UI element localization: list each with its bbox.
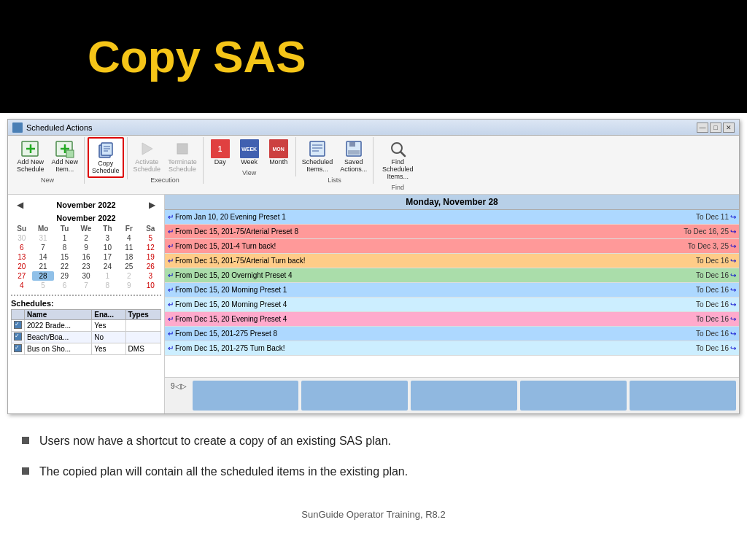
- cal-day[interactable]: 5: [32, 281, 53, 290]
- cal-day[interactable]: 31: [32, 233, 53, 243]
- cal-day[interactable]: 9: [118, 281, 139, 290]
- view-day-button[interactable]: 1 Day: [206, 137, 234, 168]
- schedule-row[interactable]: 2022 Brade... Yes: [12, 319, 161, 331]
- cal-day[interactable]: 1: [54, 233, 75, 243]
- event-row: ↵ From Dec 15, 201-75/Arterial Preset 8 …: [165, 225, 739, 239]
- view-week-icon: WEEK: [239, 139, 260, 159]
- bullet-icon-1: [22, 437, 29, 444]
- cal-day[interactable]: 4: [118, 233, 139, 243]
- view-week-button[interactable]: WEEK Week: [236, 137, 263, 168]
- view-month-button[interactable]: MON Month: [265, 137, 293, 168]
- cal-day[interactable]: 3: [97, 233, 118, 243]
- schedules-table: Name Ena... Types 2022 Brade... Yes: [11, 309, 161, 355]
- cal-day[interactable]: 25: [118, 262, 139, 271]
- terminate-schedule-icon: [172, 139, 193, 159]
- schedule-checkbox[interactable]: [14, 321, 22, 329]
- cal-day[interactable]: 24: [97, 262, 118, 271]
- event-row: ↵ From Dec 15, 20 Morning Preset 1 To De…: [165, 283, 739, 298]
- schedule-types: [125, 331, 160, 343]
- cal-day[interactable]: 6: [54, 281, 75, 290]
- window-controls: — □ ✕: [697, 122, 735, 133]
- calendar-prev-button[interactable]: ◀: [14, 199, 26, 211]
- time-blocks-row: 9◁▷: [165, 377, 739, 413]
- cal-day[interactable]: 8: [54, 243, 75, 252]
- view-day-label: Day: [214, 159, 226, 166]
- cal-day[interactable]: 2: [75, 233, 96, 243]
- svg-rect-14: [310, 141, 325, 156]
- cal-day[interactable]: 30: [11, 233, 32, 243]
- cal-day[interactable]: 1: [97, 271, 118, 281]
- cal-day[interactable]: 11: [118, 243, 139, 252]
- cal-day[interactable]: 16: [75, 252, 96, 262]
- cal-day[interactable]: 17: [97, 252, 118, 262]
- cal-day[interactable]: 9: [75, 243, 96, 252]
- cal-day[interactable]: 22: [54, 262, 75, 271]
- schedule-checkbox[interactable]: [14, 344, 22, 352]
- cal-day[interactable]: 27: [11, 271, 32, 281]
- close-button[interactable]: ✕: [723, 122, 735, 133]
- cal-day[interactable]: 2: [118, 271, 139, 281]
- event-end: To Dec 16: [696, 344, 729, 352]
- cal-header-sa: Sa: [140, 224, 161, 233]
- cal-day[interactable]: 29: [54, 271, 75, 281]
- cal-day[interactable]: 10: [97, 243, 118, 252]
- terminate-schedule-button[interactable]: TerminateSchedule: [165, 137, 200, 175]
- cal-day[interactable]: 26: [140, 262, 161, 271]
- cal-day[interactable]: 8: [97, 281, 118, 290]
- event-end-arrow: ↪: [730, 228, 736, 236]
- add-new-item-button[interactable]: Add NewItem...: [49, 137, 82, 175]
- cal-day[interactable]: 5: [140, 233, 161, 243]
- cal-day[interactable]: 13: [11, 252, 32, 262]
- event-end: To Dec 16, 25: [684, 228, 729, 236]
- cal-day[interactable]: 7: [32, 243, 53, 252]
- find-scheduled-items-button[interactable]: Find ScheduledItems...: [376, 137, 419, 182]
- schedule-checkbox[interactable]: [14, 332, 22, 341]
- cal-day[interactable]: 3: [140, 271, 161, 281]
- toolbar-new-buttons: Add NewSchedule Add NewItem...: [14, 137, 81, 175]
- view-week-label: Week: [241, 159, 258, 166]
- saved-actions-button[interactable]: SavedActions...: [337, 137, 370, 175]
- cal-day[interactable]: 19: [140, 252, 161, 262]
- cal-day[interactable]: 23: [75, 262, 96, 271]
- cal-day[interactable]: 12: [140, 243, 161, 252]
- cal-day[interactable]: 14: [32, 252, 53, 262]
- schedule-row[interactable]: Bus on Sho... Yes DMS: [12, 343, 161, 354]
- schedules-label: Schedules:: [11, 299, 161, 308]
- cal-day[interactable]: 4: [11, 281, 32, 290]
- cal-header-fr: Fr: [118, 224, 139, 233]
- schedule-types: [125, 319, 160, 331]
- event-end: To Dec 16: [696, 286, 729, 294]
- calendar-next-button[interactable]: ▶: [146, 199, 158, 211]
- toolbar-group-copy: CopySchedule: [85, 137, 128, 179]
- scheduled-items-button[interactable]: ScheduledItems...: [299, 137, 336, 175]
- toolbar-view-buttons: 1 Day WEEK Week MON Month: [206, 137, 293, 168]
- event-start-arrow: ↵: [168, 242, 174, 250]
- cal-day[interactable]: 18: [118, 252, 139, 262]
- maximize-button[interactable]: □: [710, 122, 721, 133]
- event-end-arrow: ↪: [730, 286, 736, 294]
- activate-schedule-button[interactable]: ActivateSchedule: [131, 137, 164, 175]
- cal-day[interactable]: 20: [11, 262, 32, 271]
- calendar-month-label: November 2022: [11, 212, 161, 224]
- event-end: To Dec 11: [696, 213, 729, 221]
- calendar-grid: Su Mo Tu We Th Fr Sa 30 31: [11, 224, 161, 290]
- time-block: [520, 381, 627, 411]
- event-start-arrow: ↵: [168, 330, 174, 338]
- cal-day[interactable]: 30: [75, 271, 96, 281]
- cal-header-th: Th: [97, 224, 118, 233]
- execution-group-label: Execution: [150, 176, 179, 184]
- minimize-button[interactable]: —: [697, 122, 708, 133]
- saved-actions-label: SavedActions...: [340, 159, 367, 174]
- cal-day[interactable]: 15: [54, 252, 75, 262]
- schedule-row[interactable]: Beach/Boa... No: [12, 331, 161, 343]
- svg-marker-12: [142, 143, 152, 155]
- copy-schedule-button[interactable]: CopySchedule: [88, 137, 124, 178]
- cal-day[interactable]: 10: [140, 281, 161, 290]
- add-new-schedule-button[interactable]: Add NewSchedule: [14, 137, 47, 175]
- cal-day[interactable]: 6: [11, 243, 32, 252]
- cal-day[interactable]: 21: [32, 262, 53, 271]
- cal-day-selected[interactable]: 28: [32, 271, 53, 281]
- toolbar-group-lists: ScheduledItems... SavedActions... Lists: [296, 137, 374, 184]
- copy-schedule-icon: [96, 140, 116, 160]
- cal-day[interactable]: 7: [75, 281, 96, 290]
